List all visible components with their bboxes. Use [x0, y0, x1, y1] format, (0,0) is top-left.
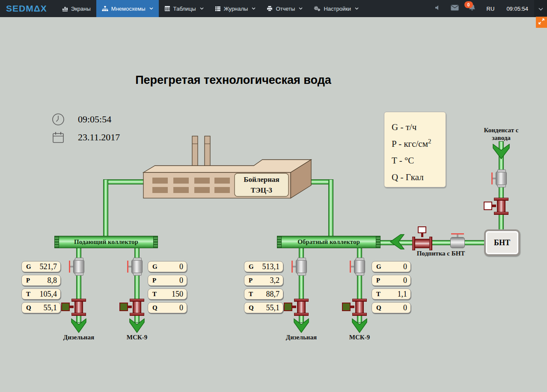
valve: [296, 258, 307, 276]
navbar-clock: 09:05:54: [500, 6, 534, 12]
sitemap-icon: [102, 6, 108, 12]
printer-icon: [267, 6, 273, 12]
nav-item-tables[interactable]: Таблицы: [159, 0, 209, 17]
page-title: Перегретая технологическая вода: [126, 74, 340, 87]
main-menu: Экраны Мнемосхемы Таблицы: [56, 0, 364, 17]
expand-icon: [538, 18, 545, 27]
nav-item-label: Таблицы: [173, 6, 196, 12]
outlet-label: Дизельная: [55, 334, 102, 341]
value-box: G513,1: [244, 261, 283, 272]
gears-icon: [314, 6, 321, 12]
top-navbar: SEDMΔX Экраны Мнемосхемы: [0, 0, 547, 17]
flow-arrow-down: [293, 318, 310, 333]
sedmax-logo[interactable]: SEDMΔX: [0, 0, 53, 17]
value-box: G0: [148, 261, 187, 272]
value-box: Q55,1: [244, 302, 283, 313]
flow-sensor: [284, 303, 292, 311]
supply-panel-2: G0 P0 T150 Q0: [148, 261, 187, 316]
flow-meter: [284, 299, 309, 316]
flow-sensor: [342, 303, 351, 311]
return-pipe-vertical: [328, 179, 333, 237]
flow-arrow-down: [492, 144, 511, 159]
notifications-badge: 0: [464, 1, 473, 8]
flow-arrow-left: [390, 233, 404, 250]
legend-row: G - т/ч: [392, 116, 446, 133]
navbar-right: 0 RU 09:05:54: [429, 0, 547, 17]
supply-collector: Подающий коллектор: [54, 236, 158, 248]
notifications-button[interactable]: 0: [464, 0, 481, 17]
flow-meter: [412, 226, 432, 250]
nav-item-label: Отчеты: [276, 6, 295, 12]
nav-item-journals[interactable]: Журналы: [209, 0, 262, 17]
flow-meter: [61, 299, 86, 316]
chevron-down-icon: [252, 7, 256, 10]
legend-row: P - кгс/см2: [392, 133, 446, 150]
nav-item-screens[interactable]: Экраны: [56, 0, 96, 17]
mnemoscheme-screen: SEDMΔX Экраны Мнемосхемы: [0, 0, 547, 392]
calendar-icon: [52, 131, 65, 146]
fullscreen-button[interactable]: [536, 17, 547, 28]
journal-icon: [215, 6, 221, 12]
bnt-tank: БНТ: [484, 229, 520, 256]
flow-arrow-down: [70, 318, 87, 333]
outlet-label: Дизельная: [278, 334, 325, 341]
envelope-icon: [451, 5, 459, 12]
nav-item-label: Настройки: [324, 6, 351, 12]
valve: [449, 237, 467, 248]
flow-arrow-down: [128, 318, 146, 333]
bar-chart-icon: [62, 6, 68, 12]
legend-row: Q - Гкал: [392, 166, 446, 183]
bnt-feed-label: Подпитка с БНТ: [407, 250, 475, 257]
return-panel-1: G513,1 P3,2 T88,7 Q55,1: [244, 261, 283, 316]
value-box: T1,1: [372, 288, 411, 300]
language-selector[interactable]: RU: [481, 6, 501, 12]
messages-button[interactable]: [446, 0, 464, 17]
chevron-down-icon: [299, 7, 303, 10]
current-time: 09:05:54: [78, 114, 111, 125]
outlet-label: МСК-9: [336, 334, 383, 341]
return-collector: Обратный коллектор: [277, 236, 381, 248]
flow-meter: [484, 198, 508, 215]
units-legend: G - т/ч P - кгс/см2 T - °C Q - Гкал: [384, 112, 446, 187]
value-box: T88,7: [244, 288, 283, 300]
chevron-down-icon: [200, 7, 204, 10]
flow-meter: [342, 299, 367, 316]
value-box: T150: [148, 288, 187, 300]
flow-sensor: [61, 303, 70, 311]
value-box: T105,4: [21, 288, 61, 300]
value-box: P0: [148, 275, 187, 286]
value-box: Q55,1: [21, 302, 61, 313]
nav-item-mnemoschemes[interactable]: Мнемосхемы: [96, 0, 159, 17]
sound-button[interactable]: [429, 0, 446, 17]
value-box: Q0: [372, 302, 411, 313]
flow-sensor: [418, 226, 426, 233]
flow-arrow-down: [351, 318, 368, 333]
value-box: Q0: [148, 302, 187, 313]
chevron-down-icon: [355, 7, 359, 10]
clock-icon: [52, 113, 65, 128]
valve: [496, 169, 507, 187]
nav-item-label: Мнемосхемы: [111, 6, 146, 12]
nav-item-label: Журналы: [224, 6, 248, 12]
supply-pipe-vertical: [103, 179, 108, 237]
value-box: P3,2: [244, 275, 283, 286]
legend-row: T - °C: [392, 150, 446, 166]
nav-item-label: Экраны: [71, 6, 91, 12]
value-box: G0: [372, 261, 411, 272]
chevron-down-icon: [149, 7, 153, 10]
nav-item-reports[interactable]: Отчеты: [261, 0, 308, 17]
table-icon: [164, 6, 170, 12]
condensate-label: Конденсат с завода: [480, 126, 523, 142]
valve: [131, 258, 143, 276]
valve: [73, 258, 84, 276]
value-box: P8,8: [21, 275, 61, 286]
supply-panel-1: G521,7 P8,8 T105,4 Q55,1: [21, 261, 61, 316]
valve: [354, 258, 365, 276]
boiler-label: Бойлерная ТЭЦ-3: [235, 174, 288, 196]
nav-item-settings[interactable]: Настройки: [308, 0, 364, 17]
chevron-down-icon: [538, 5, 543, 12]
navbar-collapse-button[interactable]: [534, 0, 547, 17]
flow-sensor: [484, 202, 492, 210]
outlet-label: МСК-9: [113, 334, 161, 341]
flow-meter: [119, 299, 144, 316]
